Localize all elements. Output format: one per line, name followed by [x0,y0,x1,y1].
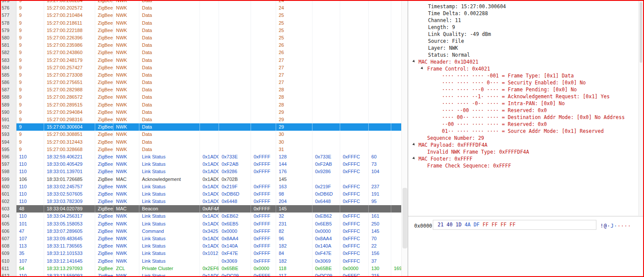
detail-line[interactable]: Sequence Number: 29 [408,135,639,142]
cell: NWK [113,146,139,153]
expand-arrow-icon[interactable] [412,60,416,63]
packet-row-604[interactable]: 60411018:33:04.256317ZigBeeNWKLink Statu… [1,213,401,220]
detail-line[interactable]: ···· ···· ···· 0··· = Security Enabled: … [408,79,639,86]
detail-line[interactable]: Timestamp: 15:27:00.300604 [408,3,639,10]
cell: Data [139,101,200,109]
packet-row-596[interactable]: 59611018:32:59.406221ZigBeeNWKLink Statu… [1,153,401,161]
cell [312,79,340,86]
detail-line[interactable]: MAC Footer: 0xFFFF [408,155,639,162]
expand-arrow-icon[interactable] [421,67,424,70]
packet-row-599[interactable]: 59910618:33:01.726685ZigBeeMACAcknowledg… [1,176,401,183]
row-number: 598 [1,168,16,175]
detail-line[interactable]: ···· ···· ···· ·001 = Frame Type: [0x1] … [408,72,639,79]
packet-row-593[interactable]: 593915:27:00.308851ZigBeeNWKData30 [1,131,401,138]
cell [219,64,251,71]
packet-row-588[interactable]: 588915:27:00.286572ZigBeeNWKData28 [1,93,401,101]
cell: 26 [276,42,312,49]
detail-line[interactable]: Source: File [408,38,639,45]
cell: 0x3069 [219,258,251,265]
detail-line[interactable]: ···· ···· ···0 ···· = Frame Pending: [0x… [408,86,639,93]
cell: ZigBee [95,123,113,131]
packet-row-583[interactable]: 583915:27:00.248179ZigBeeNWKData27 [1,57,401,64]
packet-row-592[interactable]: 592915:27:00.300604ZigBeeNWKData29 [1,123,401,131]
packet-row-586[interactable]: 586915:27:00.275651ZigBeeNWKData27 [1,79,401,86]
detail-line[interactable]: ···· 00·· ···· ···· = Destination Addr M… [408,114,639,121]
packet-row-585[interactable]: 585915:27:00.273308ZigBeeNWKData27 [1,71,401,79]
packet-row-605[interactable]: 60510118:33:05.158053ZigBeeNWKLink Statu… [1,220,401,228]
cell: 82 [276,228,312,235]
scrollbar-thumb[interactable] [402,188,407,248]
packet-row-602[interactable]: 60211018:33:03.782309ZigBeeNWKLink Statu… [1,198,401,205]
detail-line[interactable]: Invalid NWK Frame Type: 0xFFFFDF4A [408,148,639,155]
scrollbar-thumb[interactable] [640,2,642,63]
detail-line[interactable]: MAC Payload: 0xFFFFDF4A [408,142,639,148]
packet-row-580[interactable]: 580915:27:00.226396ZigBeeNWKData25 [1,34,401,42]
cell: 9 [16,64,44,71]
cell: 107 [16,258,44,265]
hex-bytes[interactable]: 21 40 1D4A DFFF FF FF FF [433,220,596,230]
detail-line[interactable]: Time Delta: 0.002288 [408,10,639,17]
detail-line[interactable]: Frame Control: 0x4021 [408,65,639,72]
detail-tree-scrollbar[interactable] [638,1,643,216]
detail-line[interactable]: 01·· ···· ···· ···· = Source Addr Mode: … [408,128,639,135]
detail-line[interactable]: ··00 ···· ···· ···· = Reserved: 0x0 [408,121,639,128]
cell: Link Status [139,213,200,220]
packet-row-598[interactable]: 59811018:33:01.139701ZigBeeNWKLink Statu… [1,168,401,175]
packet-row-594[interactable]: 594915:27:00.312443ZigBeeNWKData30 [1,138,401,146]
packet-row-590[interactable]: 590915:27:00.294084ZigBeeNWKData29 [1,109,401,116]
cell: NWK [113,42,139,49]
cell: ZigBee [95,228,113,235]
packet-row-612[interactable]: 61211018:33:13.559093ZigBeeNWKLink Statu… [1,272,401,276]
packet-row-610[interactable]: 61010718:33:12.141645ZigBeeNWKLink Statu… [1,258,401,265]
cell [369,49,391,56]
row-number: 612 [1,272,16,276]
detail-line[interactable]: ···· ···· ·0·· ···· = Intra-PAN: [0x0] N… [408,100,639,107]
packet-row-607[interactable]: 60710718:33:09.483645ZigBeeNWKLink Statu… [1,235,401,242]
cell: 104 [369,168,391,175]
packet-row-597[interactable]: 59711018:33:00.405429ZigBeeNWKLink Statu… [1,161,401,168]
packet-row-609[interactable]: 6093518:33:12.101533ZigBeeNWKLink Status… [1,250,401,257]
cell [251,1,276,4]
cell [312,109,340,116]
detail-line[interactable]: Link Quality: -49 dBm [408,31,639,38]
detail-line[interactable]: ···· ··00 ···· ···· = Reserved: 0x0 [408,107,639,114]
detail-line[interactable]: Channel: 11 [408,17,639,24]
packet-row-611[interactable]: 6115418:33:13.297093ZigBeeZCLPrivate Clu… [1,265,401,272]
packet-row-577[interactable]: 577915:27:00.210484ZigBeeNWKData25 [1,12,401,19]
packet-row-581[interactable]: 581915:27:00.235986ZigBeeNWKData26 [1,42,401,49]
cell: ZigBee [95,93,113,101]
packet-row-579[interactable]: 579915:27:00.222188ZigBeeNWKData25 [1,27,401,34]
cell: 0xDB6D [219,190,251,198]
cell [219,79,251,86]
detail-line[interactable]: MAC Header: 0x1D4021 [408,58,639,65]
detail-line[interactable]: Layer: NWK [408,45,639,52]
expand-arrow-icon[interactable] [412,157,416,160]
packet-row-601[interactable]: 60111018:33:02.507605ZigBeeNWKLink Statu… [1,190,401,198]
packet-list-scrollbar[interactable] [401,1,408,276]
packet-row-608[interactable]: 60811318:33:11.736565ZigBeeNWKLink Statu… [1,242,401,250]
cell [219,71,251,79]
packet-row-576[interactable]: 576915:27:00.202572ZigBeeNWKData24 [1,4,401,12]
packet-row-575[interactable]: 575915:27:00.200284ZigBeeNWKData24 [1,1,401,4]
detail-line[interactable]: Status: Normal [408,52,639,58]
cell: 110 [16,161,44,168]
packet-row-578[interactable]: 578915:27:00.218611ZigBeeNWKData25 [1,19,401,27]
packet-row-591[interactable]: 591915:27:00.298316ZigBeeNWKData29 [1,116,401,123]
packet-row-600[interactable]: 60011018:33:02.245757ZigBeeNWKLink Statu… [1,183,401,190]
detail-line[interactable]: ···· ···· ··1· ···· = Acknowledgement Re… [408,93,639,100]
cell: 18:33:03.782309 [44,198,95,205]
cell: 0xFFFC [340,183,369,190]
cell: 0x1ADC [200,213,219,220]
packet-row-606[interactable]: 6064718:33:07.289605ZigBeeNWKCommand0x34… [1,228,401,235]
packet-row-582[interactable]: 582915:27:00.243860ZigBeeNWKData26 [1,49,401,56]
detail-line[interactable]: Length: 9 [408,24,639,31]
cell: 28 [276,86,312,93]
packet-row-589[interactable]: 589915:27:00.289515ZigBeeNWKData28 [1,101,401,109]
detail-line[interactable]: Frame Check Sequence: 0xFFFF [408,162,639,169]
packet-row-584[interactable]: 584915:27:00.257427ZigBeeNWKData27 [1,64,401,71]
expand-arrow-icon[interactable] [412,143,416,146]
packet-row-603[interactable]: 6034818:33:04.020789ZigBeeMACBeacon0xAF4… [1,205,401,213]
packet-row-595[interactable]: 595915:27:00.328668ZigBeeNWKData31 [1,146,401,153]
packet-row-587[interactable]: 587915:27:00.282988ZigBeeNWKData28 [1,86,401,93]
cell: ZigBee [95,205,113,213]
